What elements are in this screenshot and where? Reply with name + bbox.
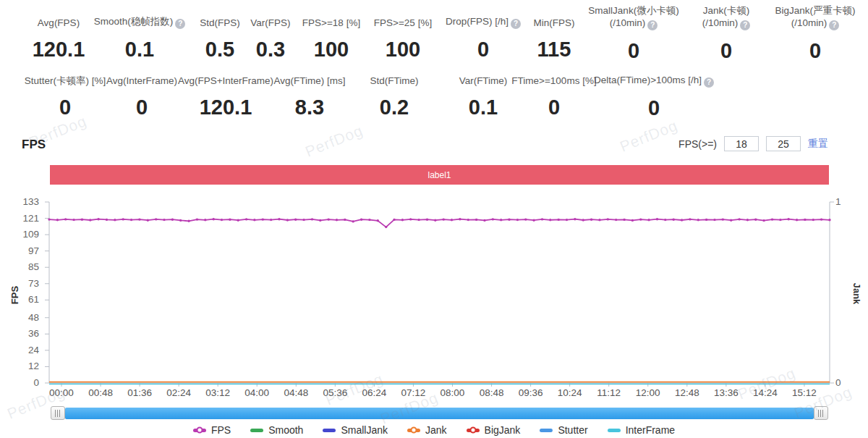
stat-label: FPS>=18 [%] (292, 4, 371, 29)
stat-label: Std(FTime) (354, 74, 434, 87)
stat-avg-ftime: Avg(FTime) [ms]8.3 (252, 74, 367, 118)
help-icon[interactable]: ? (175, 19, 185, 29)
legend-label: Jank (425, 424, 447, 436)
stat-fps-ge-25: FPS>=25 [%]100 (363, 4, 443, 60)
stat-label-line: Std(FTime) (354, 75, 434, 87)
help-icon[interactable]: ? (829, 20, 839, 30)
stat-fps-ge-18: FPS>=18 [%]100 (292, 4, 371, 60)
legend-marker (467, 429, 480, 432)
legend-label: BigJank (485, 424, 521, 436)
legend-marker (323, 429, 336, 432)
stat-label: Delta(FTime)>100ms [/h]? (574, 74, 733, 88)
legend-marker (193, 429, 206, 432)
stat-smooth: Smooth(稳帧指数)?0.1 (82, 4, 197, 60)
stat-small-jank: SmallJank(微小卡顿)(/10min)?0 (576, 4, 692, 62)
legend-item-jank[interactable]: Jank (407, 424, 447, 436)
legend-item-stutter[interactable]: Stutter (540, 424, 587, 436)
fps-threshold-input-2[interactable] (766, 136, 801, 151)
stat-value: 100 (292, 38, 371, 60)
help-icon[interactable]: ? (647, 20, 658, 30)
stat-label: SmallJank(微小卡顿)(/10min)? (576, 4, 692, 30)
y-axis-tick-label: 121 (0, 213, 39, 224)
y-axis-tick-label: 0 (0, 377, 39, 389)
legend-dot (196, 427, 203, 434)
stat-delta-ftime: Delta(FTime)>100ms [/h]?0 (574, 74, 733, 119)
fps-threshold-filter: FPS(>=) 重置 (678, 136, 828, 151)
stat-value: 0 (576, 40, 692, 62)
legend-item-smalljank[interactable]: SmallJank (323, 424, 388, 436)
y-axis-right-tick-label: 1 (835, 196, 854, 208)
legend-label: Smooth (268, 424, 303, 436)
label-banner-text: label1 (427, 170, 451, 180)
stat-label-line: Delta(FTime)>100ms [/h]? (574, 74, 733, 88)
y-axis-tick-label: 24 (0, 345, 39, 356)
section-title: FPS (22, 138, 46, 152)
perfdog-watermark: PerfDog (618, 117, 681, 156)
grip-icon (55, 410, 61, 417)
stat-label-line: BigJank(严重卡顿) (757, 4, 868, 17)
stat-label-line: Avg(FTime) [ms] (252, 75, 367, 87)
legend-item-fps[interactable]: FPS (193, 424, 231, 436)
legend-label: SmallJank (341, 424, 388, 436)
stat-value: 0.2 (354, 96, 434, 118)
stat-value: 0 (757, 40, 868, 62)
y-axis-tick-label: 48 (0, 312, 39, 324)
y-axis-tick-label: 73 (0, 278, 39, 290)
stat-label: FPS>=25 [%] (363, 4, 443, 29)
stat-label-line: (/10min)? (576, 17, 692, 30)
stat-label: Avg(FTime) [ms] (252, 74, 367, 87)
y-axis-tick-label: 36 (0, 328, 39, 340)
stat-value: 0 (435, 38, 532, 60)
stat-label: BigJank(严重卡顿)(/10min)? (757, 4, 868, 30)
scrollbar-right-handle[interactable] (814, 406, 828, 420)
stat-label-line: (/10min)? (757, 17, 868, 30)
help-icon[interactable]: ? (740, 20, 750, 30)
y-axis-title-jank: Jank (851, 279, 862, 308)
stat-value: 0 (574, 97, 733, 119)
reset-link[interactable]: 重置 (808, 138, 828, 151)
legend-label: FPS (211, 424, 231, 436)
scrollbar-track[interactable] (65, 408, 814, 419)
stat-label: Smooth(稳帧指数)? (82, 4, 197, 29)
stat-value: 100 (363, 38, 443, 60)
legend-marker (540, 429, 553, 432)
legend-marker (250, 429, 263, 432)
legend-marker (608, 429, 621, 432)
y-axis-right-tick-label: 0 (835, 377, 854, 389)
stat-big-jank: BigJank(严重卡顿)(/10min)?0 (757, 4, 868, 62)
legend-marker (407, 429, 420, 432)
fps-threshold-input-1[interactable] (724, 136, 759, 151)
label-banner[interactable]: label1 (50, 165, 829, 185)
legend-label: InterFrame (626, 424, 675, 436)
y-axis-tick-label: 12 (0, 361, 39, 372)
grip-icon (818, 410, 824, 417)
legend-dot (469, 427, 476, 434)
legend-label: Stutter (558, 424, 587, 436)
y-axis-tick-label: 109 (0, 229, 39, 240)
stat-value: 8.3 (252, 96, 367, 118)
stat-drop-fps: Drop(FPS) [/h]?0 (435, 4, 532, 60)
stat-label-line: Drop(FPS) [/h]? (435, 15, 532, 29)
fps-threshold-label: FPS(>=) (678, 138, 717, 150)
legend-item-interframe[interactable]: InterFrame (608, 424, 675, 436)
stat-label-line: FPS>=25 [%] (363, 17, 443, 29)
stat-value: 0.1 (82, 38, 197, 60)
y-axis-tick-label: 85 (0, 261, 39, 273)
legend-item-smooth[interactable]: Smooth (250, 424, 303, 436)
stat-std-ftime: Std(FTime)0.2 (354, 74, 434, 118)
y-axis-tick-label: 133 (0, 196, 39, 208)
chart-plot-area[interactable] (43, 201, 836, 390)
stat-label-line: FPS>=18 [%] (292, 17, 371, 29)
scrollbar-left-handle[interactable] (51, 406, 65, 420)
perfdog-watermark: PerfDog (303, 122, 366, 161)
legend-item-bigjank[interactable]: BigJank (467, 424, 521, 436)
help-icon[interactable]: ? (704, 77, 714, 88)
stat-label: Drop(FPS) [/h]? (435, 4, 532, 29)
stat-label-line: Smooth(稳帧指数)? (82, 15, 197, 29)
y-axis-tick-label: 97 (0, 245, 39, 257)
legend-dot (410, 427, 417, 434)
chart-legend: FPSSmoothSmallJankJankBigJankStutterInte… (0, 424, 868, 436)
stat-label-line: SmallJank(微小卡顿) (576, 4, 692, 17)
y-axis-tick-label: 61 (0, 294, 39, 306)
